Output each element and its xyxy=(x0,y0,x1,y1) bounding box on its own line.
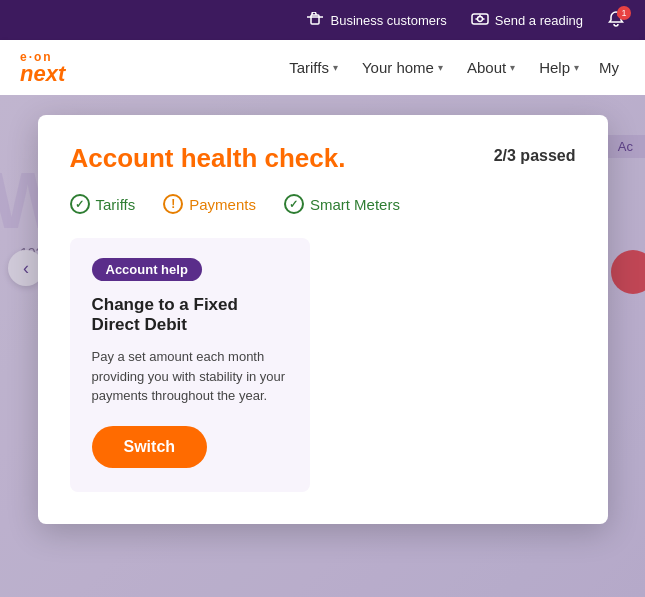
svg-point-2 xyxy=(477,16,482,21)
check-label-tariffs: Tariffs xyxy=(96,196,136,213)
nav-item-tariffs[interactable]: Tariffs ▾ xyxy=(279,53,348,82)
nav-item-my[interactable]: My xyxy=(593,53,625,82)
nav-item-about[interactable]: About ▾ xyxy=(457,53,525,82)
check-label-payments: Payments xyxy=(189,196,256,213)
chevron-down-icon: ▾ xyxy=(574,62,579,73)
nav-about-label: About xyxy=(467,59,506,76)
page-background: We 192 G... Ac t paym payme ment is s af… xyxy=(0,95,645,597)
utility-bar: Business customers Send a reading 1 xyxy=(0,0,645,40)
modal-title: Account health check. xyxy=(70,143,346,174)
nav-item-your-home[interactable]: Your home ▾ xyxy=(352,53,453,82)
eon-next-logo[interactable]: e·on next xyxy=(20,51,65,85)
check-item-tariffs: ✓ Tariffs xyxy=(70,194,136,214)
nav-your-home-label: Your home xyxy=(362,59,434,76)
nav-items: Tariffs ▾ Your home ▾ About ▾ Help ▾ My xyxy=(279,53,625,82)
card-title: Change to a Fixed Direct Debit xyxy=(92,295,288,335)
business-customers-link[interactable]: Business customers xyxy=(306,12,446,29)
notification-button[interactable]: 1 xyxy=(607,10,625,31)
logo-next-text: next xyxy=(20,63,65,85)
check-item-payments: ! Payments xyxy=(163,194,256,214)
account-health-modal: Account health check. 2/3 passed ✓ Tarif… xyxy=(38,115,608,524)
send-reading-label: Send a reading xyxy=(495,13,583,28)
send-reading-link[interactable]: Send a reading xyxy=(471,12,583,29)
warn-icon-payments: ! xyxy=(163,194,183,214)
modal-overlay: Account health check. 2/3 passed ✓ Tarif… xyxy=(0,95,645,597)
modal-header: Account health check. 2/3 passed xyxy=(70,143,576,174)
card-description: Pay a set amount each month providing yo… xyxy=(92,347,288,406)
nav-my-label: My xyxy=(599,59,619,76)
main-navigation: e·on next Tariffs ▾ Your home ▾ About ▾ … xyxy=(0,40,645,95)
nav-item-help[interactable]: Help ▾ xyxy=(529,53,589,82)
chevron-down-icon: ▾ xyxy=(333,62,338,73)
account-help-card: Account help Change to a Fixed Direct De… xyxy=(70,238,310,492)
notification-badge: 1 xyxy=(617,6,631,20)
check-items-row: ✓ Tariffs ! Payments ✓ Smart Meters xyxy=(70,194,576,214)
briefcase-icon xyxy=(306,12,324,29)
card-tag: Account help xyxy=(92,258,202,281)
business-customers-label: Business customers xyxy=(330,13,446,28)
check-icon-tariffs: ✓ xyxy=(70,194,90,214)
check-label-smart-meters: Smart Meters xyxy=(310,196,400,213)
switch-button[interactable]: Switch xyxy=(92,426,208,468)
nav-tariffs-label: Tariffs xyxy=(289,59,329,76)
check-icon-smart-meters: ✓ xyxy=(284,194,304,214)
modal-passed: 2/3 passed xyxy=(494,147,576,165)
check-item-smart-meters: ✓ Smart Meters xyxy=(284,194,400,214)
meter-icon xyxy=(471,12,489,29)
chevron-down-icon: ▾ xyxy=(438,62,443,73)
nav-help-label: Help xyxy=(539,59,570,76)
chevron-down-icon: ▾ xyxy=(510,62,515,73)
